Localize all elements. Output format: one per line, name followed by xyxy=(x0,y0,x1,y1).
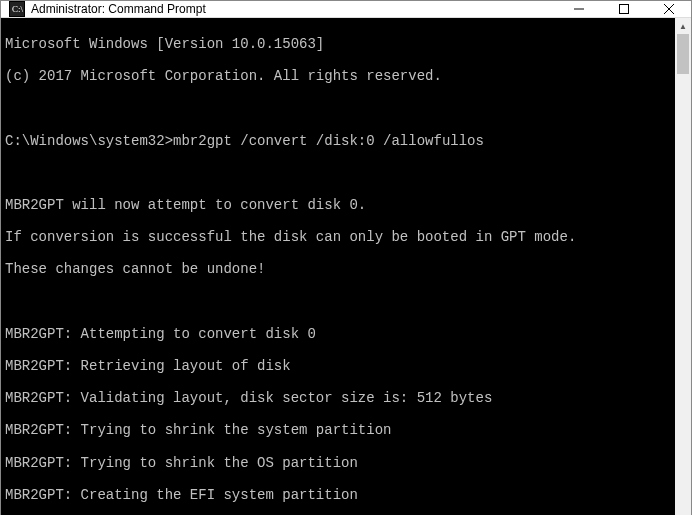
minimize-button[interactable] xyxy=(556,1,601,17)
console-line: MBR2GPT: Creating the EFI system partiti… xyxy=(5,487,671,503)
svg-text:C:\: C:\ xyxy=(12,4,24,14)
window-controls xyxy=(556,1,691,17)
maximize-button[interactable] xyxy=(601,1,646,17)
scroll-thumb[interactable] xyxy=(677,34,689,74)
console-line: MBR2GPT: Trying to shrink the OS partiti… xyxy=(5,455,671,471)
command-input: mbr2gpt /convert /disk:0 /allowfullos xyxy=(173,133,484,149)
console-line: If conversion is successful the disk can… xyxy=(5,229,671,245)
console-line: MBR2GPT: Retrieving layout of disk xyxy=(5,358,671,374)
svg-rect-4 xyxy=(619,5,628,14)
console-line: MBR2GPT: Trying to shrink the system par… xyxy=(5,422,671,438)
console-line: MBR2GPT will now attempt to convert disk… xyxy=(5,197,671,213)
vertical-scrollbar[interactable]: ▲ ▼ xyxy=(675,18,691,515)
console-line xyxy=(5,100,671,116)
console-line: (c) 2017 Microsoft Corporation. All righ… xyxy=(5,68,671,84)
scroll-track[interactable] xyxy=(675,34,691,515)
scroll-up-arrow[interactable]: ▲ xyxy=(675,18,691,34)
prompt-path: C:\Windows\system32> xyxy=(5,133,173,149)
prompt-line: C:\Windows\system32>mbr2gpt /convert /di… xyxy=(5,133,671,149)
window-title: Administrator: Command Prompt xyxy=(31,2,556,16)
titlebar[interactable]: C:\ Administrator: Command Prompt xyxy=(1,1,691,18)
console-line xyxy=(5,294,671,310)
console-line: Microsoft Windows [Version 10.0.15063] xyxy=(5,36,671,52)
console-line xyxy=(5,165,671,181)
console-line: MBR2GPT: Attempting to convert disk 0 xyxy=(5,326,671,342)
console-output[interactable]: Microsoft Windows [Version 10.0.15063] (… xyxy=(1,18,675,515)
cmd-icon: C:\ xyxy=(9,1,25,17)
console-line: MBR2GPT: Validating layout, disk sector … xyxy=(5,390,671,406)
console-client-area: Microsoft Windows [Version 10.0.15063] (… xyxy=(1,18,691,515)
close-button[interactable] xyxy=(646,1,691,17)
console-line: These changes cannot be undone! xyxy=(5,261,671,277)
command-prompt-window: C:\ Administrator: Command Prompt Micros… xyxy=(0,0,692,515)
